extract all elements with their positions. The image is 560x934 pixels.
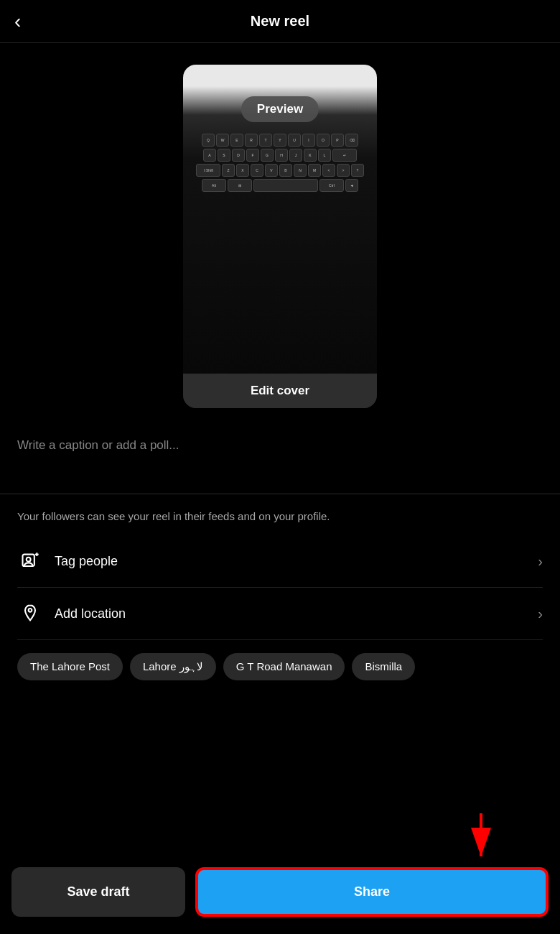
preview-badge: Preview [241, 96, 319, 122]
kb-key: N [294, 164, 307, 177]
tag-people-row[interactable]: Tag people › [17, 535, 543, 588]
kb-key: P [331, 134, 344, 147]
kb-key: ↵ [332, 149, 357, 162]
kb-key: U [288, 134, 301, 147]
edit-cover-label: Edit cover [251, 384, 309, 398]
share-button[interactable]: Share [195, 867, 549, 917]
kb-key: Y [274, 134, 286, 147]
kb-key: L [318, 149, 331, 162]
kb-key: ⌫ [345, 134, 358, 147]
kb-key: ⊞ [228, 179, 252, 192]
kb-key: ⇧Shift [196, 164, 220, 177]
header: ‹ New reel [0, 0, 560, 43]
kb-key: F [246, 149, 259, 162]
kb-key: X [236, 164, 249, 177]
info-section: Your followers can see your reel in thei… [0, 494, 560, 688]
preview-area: Preview Q W E R T Y U I O P ⌫ A [0, 43, 560, 422]
arrow-pointing-down [459, 813, 503, 871]
reel-card: Preview Q W E R T Y U I O P ⌫ A [183, 65, 377, 408]
kb-key: C [251, 164, 263, 177]
kb-key: Q [202, 134, 215, 147]
location-chip-lahore-post[interactable]: The Lahore Post [17, 653, 123, 680]
save-draft-button[interactable]: Save draft [11, 867, 185, 917]
location-pin-icon [17, 601, 43, 626]
kb-key: T [259, 134, 272, 147]
kb-spacebar [253, 179, 318, 192]
kb-key: B [279, 164, 292, 177]
page-title: New reel [251, 13, 309, 29]
svg-point-4 [29, 609, 32, 612]
chevron-right-icon: › [538, 606, 543, 622]
kb-key: V [265, 164, 278, 177]
kb-key: H [275, 149, 288, 162]
kb-key: O [317, 134, 330, 147]
location-pin-svg [20, 604, 40, 624]
kb-key: E [230, 134, 243, 147]
caption-placeholder: Write a caption or add a poll... [17, 438, 179, 452]
reel-top-bar [183, 65, 377, 86]
kb-key: G [261, 149, 274, 162]
followers-info-text: Your followers can see your reel in thei… [17, 510, 543, 522]
kb-key: < [322, 164, 335, 177]
kb-key: Ctrl [319, 179, 344, 192]
add-location-row[interactable]: Add location › [17, 588, 543, 640]
keyboard-thumbnail: Preview Q W E R T Y U I O P ⌫ A [183, 86, 377, 374]
kb-key: S [218, 149, 230, 162]
location-chip-gt-road[interactable]: G T Road Manawan [223, 653, 345, 680]
kb-key: K [304, 149, 317, 162]
arrow-annotation [459, 813, 503, 871]
person-tag-icon [17, 548, 43, 574]
kb-key: D [232, 149, 245, 162]
caption-area[interactable]: Write a caption or add a poll... [0, 422, 560, 494]
kb-key: ? [351, 164, 364, 177]
add-location-label: Add location [55, 606, 538, 621]
tag-people-label: Tag people [55, 554, 538, 569]
location-chips: The Lahore Post Lahore لاہور G T Road Ma… [17, 640, 543, 688]
kb-key: A [203, 149, 216, 162]
kb-key: ◄ [345, 179, 358, 192]
kb-key: M [308, 164, 321, 177]
location-chip-bismilla[interactable]: Bismilla [352, 653, 415, 680]
back-button[interactable]: ‹ [14, 11, 21, 32]
kb-key: Z [222, 164, 235, 177]
location-chip-lahore[interactable]: Lahore لاہور [130, 653, 216, 680]
svg-point-1 [27, 558, 31, 562]
kb-key: W [216, 134, 229, 147]
kb-key: R [245, 134, 258, 147]
edit-cover-button[interactable]: Edit cover [183, 374, 377, 408]
tag-people-svg [20, 551, 40, 571]
chevron-right-icon: › [538, 553, 543, 570]
keyboard-visual: Q W E R T Y U I O P ⌫ A S D F G [183, 129, 377, 374]
kb-key: J [289, 149, 302, 162]
kb-key: > [337, 164, 350, 177]
kb-key: Alt [202, 179, 226, 192]
kb-key: I [302, 134, 315, 147]
